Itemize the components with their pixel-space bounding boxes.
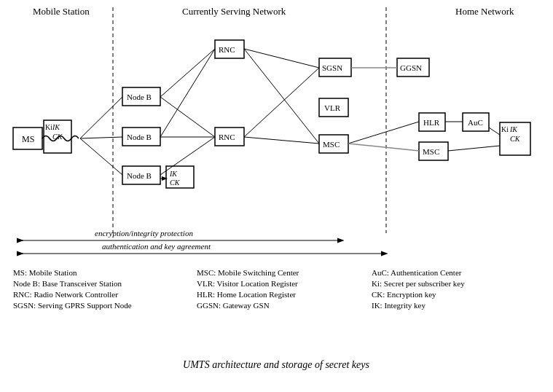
auc-to-ki-right bbox=[489, 128, 500, 135]
currently-serving-header: Currently Serving Network bbox=[182, 6, 286, 17]
rnc-mid-to-msc bbox=[244, 137, 319, 144]
node-b-3-label: Node B bbox=[127, 171, 152, 180]
legend-ck: CK: Encryption key bbox=[372, 290, 436, 299]
legend-rnc: RNC: Radio Network Controller bbox=[13, 290, 118, 299]
ik-left-label: IK bbox=[52, 123, 60, 131]
msc-to-hlr bbox=[348, 122, 419, 144]
legend-hlr: HLR: Home Location Register bbox=[197, 290, 296, 299]
ms-label: MS bbox=[22, 134, 34, 144]
ms-to-nb2 bbox=[80, 137, 122, 138]
architecture-diagram: Mobile Station Currently Serving Network… bbox=[0, 0, 553, 392]
node-b-1-label: Node B bbox=[127, 93, 152, 101]
ki-left-label: Ki bbox=[45, 123, 52, 131]
rnc-top-to-msc bbox=[244, 49, 319, 144]
ik-node-label: IK bbox=[169, 170, 178, 178]
nb1-to-rnc-top bbox=[160, 49, 215, 97]
ck-node-label: CK bbox=[170, 179, 181, 187]
authentication-label: authentication and key agreement bbox=[102, 242, 211, 251]
legend-vlr: VLR: Visitor Location Register bbox=[197, 279, 298, 288]
diagram-caption: UMTS architecture and storage of secret … bbox=[183, 359, 369, 370]
ck-right-label: CK bbox=[510, 135, 521, 143]
msc-right-label: MSC bbox=[423, 147, 439, 156]
ms-to-nb3 bbox=[80, 138, 122, 175]
vlr-label: VLR bbox=[324, 103, 341, 112]
sgsn-label: SGSN bbox=[322, 63, 342, 72]
ik-right-label: IK bbox=[509, 125, 518, 133]
rnc-top-label: RNC bbox=[219, 45, 235, 54]
ms-to-nb1 bbox=[80, 97, 122, 138]
nb3-to-rnc-mid bbox=[160, 137, 215, 175]
nb1-to-rnc-mid bbox=[160, 97, 215, 137]
mobile-station-header: Mobile Station bbox=[33, 6, 90, 17]
rnc-mid-to-sgsn bbox=[244, 68, 319, 137]
rnc-mid-label: RNC bbox=[219, 133, 235, 141]
legend-auc: AuC: Authentication Center bbox=[372, 268, 462, 277]
msc-to-msc-right bbox=[348, 144, 419, 151]
legend-ik: IK: Integrity key bbox=[372, 301, 425, 310]
ggsn-label: GGSN bbox=[400, 63, 422, 72]
legend-ki: Ki: Secret per subscriber key bbox=[372, 279, 465, 288]
hlr-label: HLR bbox=[423, 118, 440, 127]
legend-sgsn: SGSN: Serving GPRS Support Node bbox=[13, 301, 132, 310]
diagram-container: Mobile Station Currently Serving Network… bbox=[0, 0, 553, 392]
nb2-to-rnc-top bbox=[160, 49, 215, 137]
encryption-label: encryption/integrity protection bbox=[95, 229, 193, 238]
rnc-top-to-sgsn bbox=[244, 49, 319, 68]
home-network-header: Home Network bbox=[455, 6, 514, 17]
auc-label: AuC bbox=[468, 118, 483, 127]
legend-node-b: Node B: Base Transceiver Station bbox=[13, 279, 122, 288]
msc-right-to-ki-right bbox=[448, 146, 500, 151]
msc-left-label: MSC bbox=[323, 140, 340, 149]
node-b-2-label: Node B bbox=[127, 133, 152, 141]
ki-right-label: Ki bbox=[501, 125, 509, 133]
legend-ms: MS: Mobile Station bbox=[13, 268, 77, 277]
legend-ggsn: GGSN: Gateway GSN bbox=[197, 301, 270, 310]
legend-msc: MSC: Mobile Switching Center bbox=[197, 268, 299, 277]
